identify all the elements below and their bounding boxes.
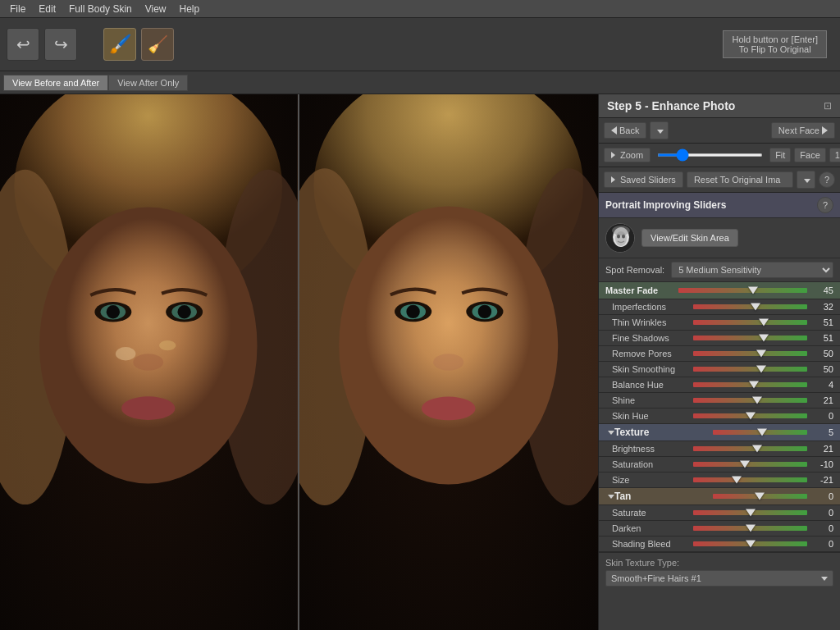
- next-face-button[interactable]: Next Face: [771, 122, 835, 139]
- svg-point-14: [159, 340, 176, 350]
- redo-button[interactable]: ↪: [44, 28, 77, 61]
- imperfections-track[interactable]: [693, 304, 807, 309]
- tan-thumb: [755, 493, 765, 500]
- tab-after-only[interactable]: View After Only: [108, 75, 188, 91]
- spot-removal-select[interactable]: 5 Medium Sensitivity: [671, 262, 833, 278]
- zoom-button[interactable]: Zoom: [604, 148, 651, 162]
- step-header: Step 5 - Enhance Photo ⊡: [599, 94, 840, 118]
- next-arrow-icon: [822, 126, 828, 135]
- skin-smoothing-value: 50: [810, 364, 833, 374]
- flip-hint[interactable]: Hold button or [Enter] To Flip To Origin…: [723, 30, 827, 58]
- spot-removal-row: Spot Removal: 5 Medium Sensitivity: [599, 258, 840, 282]
- menu-file[interactable]: File: [3, 3, 32, 15]
- skin-area-button[interactable]: View/Edit Skin Area: [641, 229, 738, 247]
- saved-sliders-button[interactable]: Saved Sliders: [604, 171, 683, 188]
- maximize-button[interactable]: ⊡: [824, 100, 832, 112]
- back-button[interactable]: Back: [604, 122, 646, 139]
- menu-full-body-skin[interactable]: Full Body Skin: [62, 3, 139, 15]
- skin-smoothing-track[interactable]: [693, 367, 807, 372]
- shading-bleed-track[interactable]: [693, 541, 807, 546]
- slider-row-saturate: Saturate 0: [599, 505, 840, 521]
- before-face-svg: [0, 94, 298, 630]
- slider-row-brightness: Brightness 21: [599, 441, 840, 457]
- back-arrow-icon: [611, 126, 617, 135]
- tab-before-after[interactable]: View Before and After: [3, 75, 108, 91]
- slider-row-fine-shadows: Fine Shadows 51: [599, 331, 840, 346]
- tan-collapse-icon: [608, 495, 614, 499]
- imperfections-thumb: [751, 304, 760, 311]
- slider-row-balance-hue: Balance Hue 4: [599, 377, 840, 393]
- back-dropdown-arrow-icon: [657, 130, 664, 134]
- portrait-help-button[interactable]: ?: [817, 197, 833, 213]
- balance-hue-track[interactable]: [693, 382, 807, 387]
- skin-hue-track[interactable]: [693, 413, 807, 418]
- zoom-bar: Zoom Fit Face 1:1: [599, 144, 840, 167]
- remove-pores-thumb: [756, 350, 766, 358]
- svg-point-26: [433, 354, 463, 371]
- thin-wrinkles-label: Thin Wrinkles: [612, 317, 690, 327]
- size-track[interactable]: [693, 477, 807, 482]
- sliders-panel[interactable]: Portrait Improving Sliders ? Vi: [599, 193, 840, 630]
- zoom-fit-button[interactable]: Fit: [769, 148, 791, 162]
- skin-area-icon: [605, 223, 635, 253]
- after-panel: [299, 94, 599, 630]
- shine-track[interactable]: [693, 398, 807, 403]
- skin-hue-thumb: [746, 413, 756, 420]
- texture-track[interactable]: [713, 430, 808, 435]
- shine-label: Shine: [612, 395, 690, 405]
- darken-label: Darken: [612, 523, 690, 533]
- svg-point-27: [421, 397, 475, 421]
- tan-group-header[interactable]: Tan 0: [599, 488, 840, 505]
- skin-hue-value: 0: [810, 411, 833, 421]
- remove-pores-track[interactable]: [693, 351, 807, 356]
- svg-point-7: [107, 305, 120, 318]
- shine-value: 21: [810, 395, 833, 405]
- eraser-tool-button[interactable]: 🧹: [141, 28, 174, 61]
- zoom-slider[interactable]: [657, 153, 763, 157]
- menu-help[interactable]: Help: [173, 3, 207, 15]
- portrait-sliders-header: Portrait Improving Sliders ?: [599, 193, 840, 218]
- skin-texture-type-label: Skin Texture Type:: [605, 558, 833, 568]
- zoom-face-button[interactable]: Face: [794, 148, 825, 162]
- saturate-track[interactable]: [693, 510, 807, 515]
- texture-collapse-icon: [608, 431, 614, 435]
- before-panel: [0, 94, 299, 630]
- svg-point-33: [612, 226, 630, 235]
- brightness-label: Brightness: [612, 444, 690, 454]
- thin-wrinkles-track[interactable]: [693, 320, 807, 325]
- balance-hue-label: Balance Hue: [612, 380, 690, 390]
- undo-button[interactable]: ↩: [7, 28, 39, 61]
- darken-track[interactable]: [693, 526, 807, 531]
- brush-tool-button[interactable]: 🖌️: [103, 28, 136, 61]
- slider-row-shading-bleed: Shading Bleed 0: [599, 536, 840, 552]
- menu-view[interactable]: View: [139, 3, 173, 15]
- texture-group-header[interactable]: Texture 5: [599, 424, 840, 441]
- svg-point-12: [121, 396, 175, 420]
- main-layout: Before After: [0, 94, 840, 630]
- menubar: File Edit Full Body Skin View Help: [0, 0, 840, 18]
- right-panel: Step 5 - Enhance Photo ⊡ Back Next Face …: [598, 94, 840, 630]
- saturation-track[interactable]: [693, 462, 807, 467]
- back-dropdown[interactable]: [650, 121, 669, 139]
- brightness-track[interactable]: [693, 446, 807, 451]
- saturation-label: Saturation: [612, 459, 690, 469]
- nav-bar: Back Next Face: [599, 118, 840, 144]
- saturate-label: Saturate: [612, 508, 690, 518]
- zoom-1to1-button[interactable]: 1:1: [829, 148, 840, 162]
- menu-edit[interactable]: Edit: [32, 3, 62, 15]
- master-fade-track[interactable]: [678, 288, 807, 293]
- after-face-svg: [299, 94, 599, 630]
- fine-shadows-thumb: [759, 335, 769, 342]
- tan-track[interactable]: [713, 494, 808, 499]
- skin-texture-select[interactable]: Smooth+Fine Hairs #1: [605, 570, 833, 587]
- darken-thumb: [746, 525, 756, 532]
- flip-hint-line1: Hold button or [Enter]: [732, 34, 818, 44]
- saved-triangle-icon: [611, 176, 615, 183]
- slider-row-size: Size -21: [599, 472, 840, 488]
- sliders-toolbar: Saved Sliders Reset To Original Ima ?: [599, 167, 840, 193]
- reset-dropdown-button[interactable]: [797, 171, 815, 189]
- size-thumb: [732, 477, 742, 484]
- reset-button[interactable]: Reset To Original Ima: [687, 171, 793, 188]
- fine-shadows-track[interactable]: [693, 336, 807, 340]
- help-button[interactable]: ?: [819, 171, 835, 188]
